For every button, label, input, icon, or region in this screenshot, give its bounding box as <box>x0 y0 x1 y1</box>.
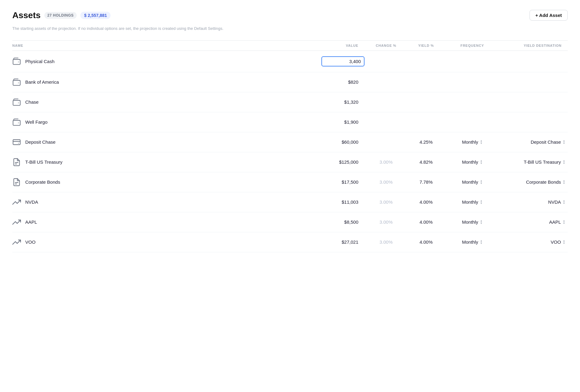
asset-change-tbill-us-treasury: 3.00% <box>365 159 408 165</box>
asset-yield-aapl: 4.00% <box>408 219 445 225</box>
asset-name-label: Physical Cash <box>25 59 54 64</box>
asset-destination-aapl[interactable]: AAPL ▲▼ <box>500 219 568 225</box>
asset-name-label: AAPL <box>25 219 37 225</box>
asset-change-nvda: 3.00% <box>365 199 408 205</box>
asset-value-aapl: $8,500 <box>315 219 365 225</box>
svg-rect-0 <box>13 59 20 64</box>
asset-frequency-deposit-chase[interactable]: Monthly ▲▼ <box>445 139 500 145</box>
destination-select[interactable]: NVDA ▲▼ <box>548 199 565 205</box>
col-header-frequency: FREQUENCY <box>445 44 500 47</box>
asset-frequency-corporate-bonds[interactable]: Monthly ▲▼ <box>445 179 500 185</box>
asset-yield-tbill-us-treasury: 4.82% <box>408 159 445 165</box>
asset-destination-tbill-us-treasury[interactable]: T-Bill US Treasury ▲▼ <box>500 159 568 165</box>
asset-yield-corporate-bonds: 7.78% <box>408 179 445 185</box>
wallet-icon <box>12 78 21 86</box>
sort-arrows-icon: ▲▼ <box>563 220 565 225</box>
asset-destination-nvda[interactable]: NVDA ▲▼ <box>500 199 568 205</box>
destination-select[interactable]: AAPL ▲▼ <box>549 219 565 225</box>
col-header-value: VALUE <box>315 44 365 47</box>
svg-point-7 <box>18 122 19 123</box>
asset-frequency-tbill-us-treasury[interactable]: Monthly ▲▼ <box>445 159 500 165</box>
col-header-change: CHANGE % <box>365 44 408 47</box>
table-row: NVDA$11,0033.00%4.00%Monthly ▲▼NVDA ▲▼ <box>12 192 568 212</box>
frequency-select[interactable]: Monthly ▲▼ <box>462 159 482 165</box>
table-headers: NAME VALUE CHANGE % YIELD % FREQUENCY YI… <box>12 41 568 51</box>
add-asset-button[interactable]: + Add Asset <box>530 10 568 21</box>
frequency-select[interactable]: Monthly ▲▼ <box>462 199 482 205</box>
svg-point-1 <box>18 62 19 62</box>
asset-destination-voo[interactable]: VOO ▲▼ <box>500 239 568 245</box>
asset-name-cell-physical-cash: Physical Cash <box>12 57 315 66</box>
sort-arrows-icon: ▲▼ <box>563 180 565 185</box>
asset-value-input-physical-cash[interactable] <box>315 56 365 66</box>
subtitle-text: The starting assets of the projection. I… <box>12 26 568 32</box>
asset-name-label: Chase <box>25 99 38 105</box>
value-field-physical-cash[interactable] <box>321 56 365 66</box>
asset-name-cell-well-fargo: Well Fargo <box>12 118 315 126</box>
total-badge: $ 2,557,881 <box>80 12 111 19</box>
destination-select[interactable]: T-Bill US Treasury ▲▼ <box>524 159 565 165</box>
sort-arrows-icon: ▲▼ <box>563 200 565 205</box>
sort-arrows-icon: ▲▼ <box>563 140 565 145</box>
svg-rect-6 <box>13 120 20 125</box>
table-row: Chase$1,320 <box>12 92 568 112</box>
asset-name-label: Deposit Chase <box>25 139 55 145</box>
document-icon <box>12 178 21 186</box>
asset-destination-corporate-bonds[interactable]: Corporate Bonds ▲▼ <box>500 179 568 185</box>
asset-destination-deposit-chase[interactable]: Deposit Chase ▲▼ <box>500 139 568 145</box>
asset-value-deposit-chase: $60,000 <box>315 139 365 145</box>
svg-rect-4 <box>13 100 20 105</box>
sort-arrows-icon: ▲▼ <box>480 240 482 245</box>
frequency-select[interactable]: Monthly ▲▼ <box>462 139 482 145</box>
sort-arrows-icon: ▲▼ <box>480 160 482 165</box>
asset-name-cell-bank-of-america: Bank of America <box>12 78 315 86</box>
destination-select[interactable]: VOO ▲▼ <box>551 239 565 245</box>
frequency-select[interactable]: Monthly ▲▼ <box>462 179 482 185</box>
wallet-icon <box>12 57 21 66</box>
asset-frequency-voo[interactable]: Monthly ▲▼ <box>445 239 500 245</box>
destination-select[interactable]: Deposit Chase ▲▼ <box>531 139 565 145</box>
asset-change-corporate-bonds: 3.00% <box>365 179 408 185</box>
asset-name-cell-tbill-us-treasury: T-Bill US Treasury <box>12 158 315 166</box>
asset-yield-deposit-chase: 4.25% <box>408 139 445 145</box>
svg-point-5 <box>18 102 19 103</box>
sort-arrows-icon: ▲▼ <box>480 180 482 185</box>
sort-arrows-icon: ▲▼ <box>563 240 565 245</box>
frequency-select[interactable]: Monthly ▲▼ <box>462 219 482 225</box>
asset-name-label: NVDA <box>25 199 38 205</box>
trending-icon <box>12 238 21 246</box>
header-left: Assets 27 HOLDINGS $ 2,557,881 <box>12 10 111 20</box>
asset-value-bank-of-america: $820 <box>315 79 365 85</box>
sort-arrows-icon: ▲▼ <box>480 220 482 225</box>
asset-name-label: T-Bill US Treasury <box>25 159 62 165</box>
asset-name-label: VOO <box>25 239 35 245</box>
destination-select[interactable]: Corporate Bonds ▲▼ <box>526 179 565 185</box>
asset-value-well-fargo: $1,900 <box>315 119 365 125</box>
asset-frequency-nvda[interactable]: Monthly ▲▼ <box>445 199 500 205</box>
wallet-icon <box>12 98 21 106</box>
asset-value-voo: $27,021 <box>315 239 365 245</box>
trending-icon <box>12 218 21 226</box>
asset-value-nvda: $11,003 <box>315 199 365 205</box>
frequency-select[interactable]: Monthly ▲▼ <box>462 239 482 245</box>
asset-name-label: Bank of America <box>25 79 59 85</box>
table-row: Well Fargo$1,900 <box>12 112 568 132</box>
table-row: VOO$27,0213.00%4.00%Monthly ▲▼VOO ▲▼ <box>12 232 568 252</box>
table-row: AAPL$8,5003.00%4.00%Monthly ▲▼AAPL ▲▼ <box>12 212 568 232</box>
asset-frequency-aapl[interactable]: Monthly ▲▼ <box>445 219 500 225</box>
asset-change-voo: 3.00% <box>365 239 408 245</box>
page-title: Assets <box>12 10 41 20</box>
holdings-badge: 27 HOLDINGS <box>44 12 77 19</box>
asset-name-cell-nvda: NVDA <box>12 198 315 206</box>
page-header: Assets 27 HOLDINGS $ 2,557,881 + Add Ass… <box>12 10 568 21</box>
svg-rect-2 <box>13 80 20 85</box>
svg-rect-8 <box>13 139 20 144</box>
asset-name-cell-voo: VOO <box>12 238 315 246</box>
table-row: Physical Cash <box>12 51 568 72</box>
asset-yield-voo: 4.00% <box>408 239 445 245</box>
trending-icon <box>12 198 21 206</box>
col-header-yield: YIELD % <box>408 44 445 47</box>
table-row: Deposit Chase$60,0004.25%Monthly ▲▼Depos… <box>12 132 568 152</box>
sort-arrows-icon: ▲▼ <box>563 160 565 165</box>
table-row: T-Bill US Treasury$125,0003.00%4.82%Mont… <box>12 152 568 172</box>
